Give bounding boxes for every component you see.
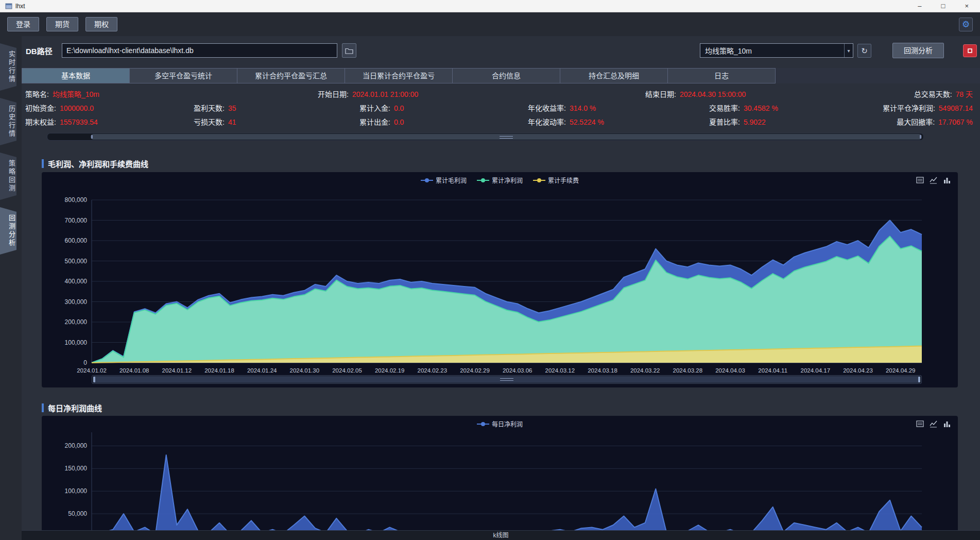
section-accent-bar [42,159,44,168]
sidebar-item-backtest-analysis[interactable]: 回测分析 [0,207,16,255]
title-bar: lhxt – □ × [0,0,980,12]
stat-initial-capital: 初始资金:1000000.0 [25,103,94,114]
section-header-daily-profit: 每日净利润曲线 [42,402,102,413]
legend-item-net-profit[interactable]: 累计净利润 [477,176,523,184]
tab-cumulative-contract-pnl-summary[interactable]: 累计合约平仓盈亏汇总 [237,68,345,83]
svg-text:500,000: 500,000 [65,258,88,265]
stat-end-date: 结束日期:2024.04.30 15:00:00 [645,89,746,100]
svg-text:100,000: 100,000 [65,487,88,495]
stat-total-deposit: 累计入金:0.0 [359,103,404,114]
svg-text:200,000: 200,000 [65,442,88,449]
data-view-icon[interactable] [916,176,924,184]
svg-text:2024.04.29: 2024.04.29 [886,367,916,374]
svg-text:2024.03.22: 2024.03.22 [630,367,660,374]
db-path-label: DB路径 [26,45,53,56]
strategy-select[interactable]: 均线策略_10m ▾ [700,43,853,58]
tab-position-summary-detail[interactable]: 持仓汇总及明细 [560,68,668,83]
svg-text:700,000: 700,000 [65,217,88,224]
browse-db-button[interactable] [342,43,356,58]
close-button[interactable]: × [965,2,969,10]
settings-button[interactable]: ⚙ [959,18,973,31]
sidebar-item-history-quotes[interactable]: 历史行情 [0,98,16,145]
minimize-button[interactable]: – [918,2,921,10]
left-sidebar: 实时行情 历史行情 策略回测 回测分析 [0,36,22,540]
bar-chart-icon[interactable] [943,420,951,428]
bar-chart-icon[interactable] [943,176,951,184]
svg-text:300,000: 300,000 [65,298,88,306]
data-view-icon[interactable] [916,420,924,428]
sidebar-item-strategy-backtest[interactable]: 策略回测 [0,153,16,200]
sidebar-item-realtime-quotes[interactable]: 实时行情 [0,43,16,91]
stop-button[interactable] [963,44,977,57]
futures-button[interactable]: 期货 [46,17,78,31]
stat-cumulative-net-profit: 累计平仓净利润:549087.14 [883,103,973,114]
chart1-legend: 累计毛利润 累计净利润 累计手续费 [42,176,958,184]
strategy-select-value: 均线策略_10m [705,45,752,56]
tab-daily-cumulative-contract-pnl[interactable]: 当日累计合约平仓盈亏 [345,68,453,83]
chart1-title: 毛利润、净利润和手续费曲线 [48,158,148,169]
profit-curves-chart-canvas[interactable]: 0100,000200,000300,000400,000500,000600,… [42,172,958,376]
daily-profit-chart-canvas[interactable]: 50,000100,000150,000200,000 [42,416,958,540]
svg-text:800,000: 800,000 [65,196,88,204]
svg-text:2024.02.23: 2024.02.23 [418,367,448,374]
options-button[interactable]: 期权 [85,17,117,31]
svg-text:2024.03.06: 2024.03.06 [503,367,532,374]
stat-strategy-name: 策略名:均线策略_10m [25,89,99,100]
svg-text:2024.01.24: 2024.01.24 [247,367,277,374]
report-tab-bar: 基本数据 多空平仓盈亏统计 累计合约平仓盈亏汇总 当日累计合约平仓盈亏 合约信息… [22,68,980,83]
login-button[interactable]: 登录 [7,17,39,31]
legend-item-fees[interactable]: 累计手续费 [533,176,579,184]
maximize-button[interactable]: □ [941,2,945,10]
stat-max-drawdown: 最大回撤率:17.7067 % [897,116,973,128]
tab-log[interactable]: 日志 [667,68,776,83]
main-toolbar: 登录 期货 期权 ⚙ [0,12,980,36]
stat-loss-days: 亏损天数:41 [194,116,236,128]
gear-icon: ⚙ [962,20,970,29]
svg-text:150,000: 150,000 [65,465,88,472]
stat-annual-volatility: 年化波动率:52.5224 % [528,116,604,128]
svg-text:2024.02.19: 2024.02.19 [375,367,405,374]
stats-panel: 策略名:均线策略_10m 开始日期:2024.01.01 21:00:00 结束… [22,86,980,131]
chart2-title: 每日净利润曲线 [48,402,102,413]
refresh-icon: ↻ [861,46,868,56]
legend-item-daily-net-profit[interactable]: 每日净利润 [477,419,523,428]
daily-profit-chart-panel: 50,000100,000150,000200,000 每日净利润 [42,416,958,540]
chart2-legend: 每日净利润 [42,419,958,428]
chart1-datazoom-slider[interactable] [92,375,922,384]
svg-text:2024.01.18: 2024.01.18 [204,367,234,374]
horizontal-scrollbar[interactable] [47,133,924,141]
folder-icon [345,47,353,54]
tab-contract-info[interactable]: 合约信息 [452,68,560,83]
window-title: lhxt [15,3,25,10]
stat-start-date: 开始日期:2024.01.01 21:00:00 [318,89,418,100]
svg-text:2024.01.30: 2024.01.30 [290,367,320,374]
svg-text:600,000: 600,000 [65,237,88,244]
run-backtest-button[interactable]: 回测分析 [892,43,944,58]
legend-item-gross-profit[interactable]: 累计毛利润 [421,176,467,184]
line-chart-icon[interactable] [930,420,937,428]
svg-text:2024.03.18: 2024.03.18 [588,367,617,374]
stat-win-rate: 交易胜率:30.4582 % [709,103,778,114]
section-header-profit-curves: 毛利润、净利润和手续费曲线 [42,158,148,169]
stat-total-trading-days: 总交易天数:78 天 [914,89,973,100]
main-content: DB路径 均线策略_10m ▾ ↻ 回测分析 基本数据 多空平仓盈亏统计 累计合… [22,36,980,540]
svg-text:0: 0 [83,359,87,366]
svg-text:400,000: 400,000 [65,278,88,285]
svg-text:2024.03.12: 2024.03.12 [545,367,575,374]
svg-text:2024.01.02: 2024.01.02 [77,367,107,374]
svg-text:2024.04.03: 2024.04.03 [715,367,745,374]
tab-long-short-pnl-stats[interactable]: 多空平仓盈亏统计 [129,68,237,83]
tab-basic-data[interactable]: 基本数据 [22,68,130,83]
svg-text:2024.04.11: 2024.04.11 [758,367,787,374]
svg-text:50,000: 50,000 [68,510,87,517]
db-path-input[interactable] [62,43,337,58]
line-chart-icon[interactable] [930,176,937,184]
stat-total-withdrawal: 累计出金:0.0 [359,116,404,128]
svg-text:2024.02.05: 2024.02.05 [332,367,362,374]
svg-text:2024.02.29: 2024.02.29 [460,367,490,374]
svg-text:2024.04.17: 2024.04.17 [801,367,831,374]
stat-profit-days: 盈利天数:35 [194,103,236,114]
refresh-button[interactable]: ↻ [857,44,871,58]
kline-section-header[interactable]: k线图 [22,530,980,540]
section-accent-bar [42,403,44,412]
